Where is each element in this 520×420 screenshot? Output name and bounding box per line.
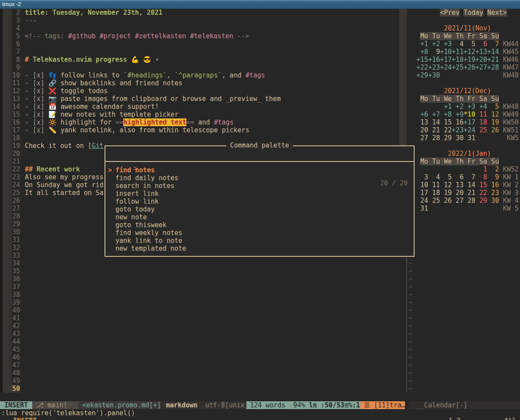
calendar-day[interactable]: +13 [476,48,487,56]
calendar-day[interactable]: +14 [487,48,499,56]
calendar-day[interactable]: 25 [476,126,487,134]
calendar-day[interactable]: +8 [416,48,428,56]
calendar-day[interactable]: 15 [476,181,487,189]
calendar-next-button[interactable]: Next> [487,9,507,17]
week-number: KW 5 [499,205,519,212]
calendar-day[interactable]: 6 [476,40,487,48]
calendar-day[interactable]: +8 [440,111,452,118]
calendar-day[interactable]: 5 [487,103,499,111]
calendar-line [409,212,520,220]
calendar-day[interactable]: +2 [452,103,463,111]
calendar-prev-button[interactable]: <Prev [440,9,459,17]
calendar-day[interactable]: +10 [440,48,452,56]
palette-item[interactable]: new templated note [105,245,414,252]
calendar-line [409,252,520,259]
calendar-day[interactable]: 24 25 26 27 28 [416,197,475,205]
palette-item[interactable]: search in notes [105,182,414,190]
calendar-pane[interactable]: <Prev Today Next> 2021/11(Nov) Mo Tu We … [409,9,520,393]
wordcount-progress-segment: 124 words 94% ln :50/53≡%:1 [246,401,361,409]
tab-segment[interactable]: ☰ [11]tra… [361,401,405,409]
palette-item[interactable]: goto thisweek [105,221,414,229]
calendar-day[interactable]: +1 [416,40,428,48]
calendar-day[interactable]: +23 [452,126,463,134]
calendar-day[interactable]: +29+30 [416,71,440,79]
line-text: Also see my progress [20,173,104,181]
calendar-day[interactable]: 5 [463,40,475,48]
calendar-day[interactable]: 31 [416,205,428,212]
calendar-day[interactable]: 2 [487,165,499,173]
calendar-day[interactable]: 8 [476,173,487,181]
line-number: 40 [3,306,20,314]
palette-item[interactable]: >find notes [105,166,414,174]
selection-caret-icon [108,213,115,221]
calendar-day[interactable]: 19 [487,118,499,126]
calendar-day[interactable]: 20 21 22 [416,126,452,134]
calendar-day[interactable]: +22+23+24+25+26+27+28 [416,64,499,71]
calendar-day[interactable]: +3 [440,40,452,48]
calendar-day[interactable]: 13 14 15 16 [416,118,463,126]
calendar-day[interactable]: 23 [487,189,499,197]
palette-item[interactable]: new note [105,213,414,221]
line-text [20,40,25,48]
calendar-day[interactable]: +3 [463,103,475,111]
calendar-day[interactable]: 16 [487,181,499,189]
calendar-day[interactable]: 4 [452,40,463,48]
palette-item[interactable]: find weekly notes [105,229,414,237]
calendar-day[interactable]: +24 [463,126,475,134]
palette-item[interactable]: insert link [105,190,414,198]
filename-segment[interactable]: <ekasten.promo.md[+] [78,401,161,409]
command-line[interactable]: :lua require('telekasten').panel() [1,409,135,417]
line-text [20,377,25,385]
github-link[interactable]: Git [92,142,104,150]
calendar-day[interactable]: 11 [476,111,487,118]
calendar-day[interactable]: 10 11 12 13 14 [416,181,475,189]
calendar-line: ~ [409,346,520,353]
text-span: ~ [409,267,412,275]
calendar-day[interactable]: 27 28 29 30 31 [416,134,475,142]
calendar-day[interactable]: 17 18 19 20 21 [416,189,475,197]
calendar-day[interactable]: 9 [428,48,440,56]
palette-item[interactable]: find daily notes [105,174,414,182]
editor-line: 13- [x] 📷 paste images from clipboard or… [0,95,407,103]
editor-line: 11- [x] 🔗 show backlinks and friend note… [0,79,407,87]
palette-prompt[interactable]: > 20 / 20 [105,146,414,162]
text-span [483,9,487,17]
text-span: Check it out on [ [25,142,92,150]
line-text [20,236,25,244]
palette-item[interactable]: follow link [105,198,414,205]
calendar-day[interactable]: 7 [487,40,499,48]
palette-item[interactable]: yank link to note [105,237,414,245]
calendar-day[interactable]: 30 [487,197,499,205]
calendar-day[interactable]: 12 [487,111,499,118]
line-text [20,24,25,32]
calendar-day[interactable]: 9 [487,173,499,181]
calendar-day[interactable]: 29 [476,197,487,205]
editor-line: 17- [x] ✏️ yank notelink, also from wthi… [0,126,407,134]
calendar-day[interactable]: +17 [463,118,475,126]
calendar-day[interactable]: 1 [476,165,487,173]
calendar-today-button[interactable]: Today [463,9,483,17]
calendar-day[interactable]: +2 [428,40,440,48]
calendar-day[interactable]: 22 [476,189,487,197]
calendar-today[interactable]: *10 [463,111,475,118]
camera-emoji: 📷 [48,95,61,103]
line-number: 38 [3,291,20,299]
calendar-day[interactable]: +15+16+17+18+19+20+21 [416,56,499,64]
calendar-line: ~ [409,385,520,393]
editor-line: 34 [0,259,407,267]
text-span: == [115,118,123,126]
calendar-day[interactable]: 3 4 5 6 7 [416,173,475,181]
calendar-day[interactable]: 26 [487,126,499,134]
calendar-day[interactable]: +7 [428,111,440,118]
calendar-day[interactable]: +11 [452,48,463,56]
calendar-day[interactable]: +4 [476,103,487,111]
calendar-line: +8 9+10+11+12+13+14 KW45 [409,48,520,56]
calendar-day[interactable]: 18 [476,118,487,126]
git-branch-segment[interactable]: ⎇ main! [32,401,78,409]
text-span: #tags [245,71,265,79]
calendar-day[interactable]: +9 [452,111,463,118]
calendar-day[interactable]: +1 [440,103,452,111]
palette-item[interactable]: goto today [105,205,414,213]
calendar-day[interactable]: +6 [416,111,428,118]
calendar-day[interactable]: +12 [463,48,475,56]
